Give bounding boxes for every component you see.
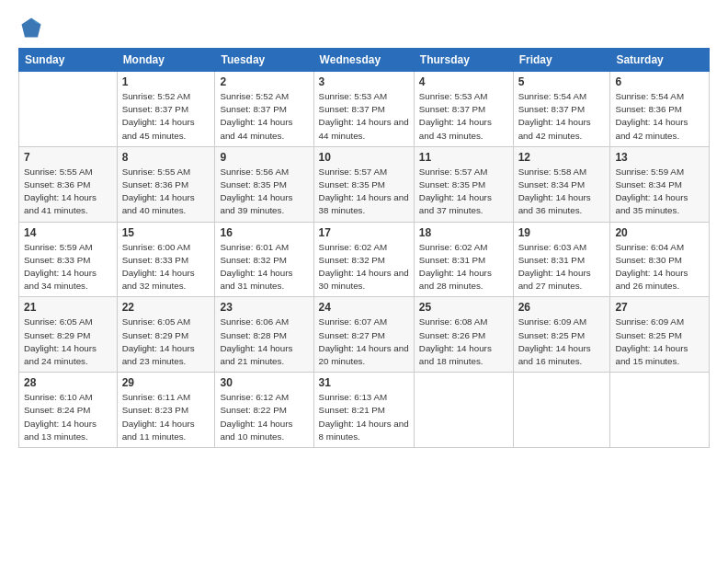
day-number: 3 xyxy=(319,75,409,88)
day-info: Sunrise: 5:55 AM Sunset: 8:36 PM Dayligh… xyxy=(24,166,112,218)
day-info: Sunrise: 5:59 AM Sunset: 8:33 PM Dayligh… xyxy=(24,241,112,293)
day-info: Sunrise: 5:57 AM Sunset: 8:35 PM Dayligh… xyxy=(319,166,409,218)
calendar-cell: 4Sunrise: 5:53 AM Sunset: 8:37 PM Daylig… xyxy=(414,72,513,147)
day-number: 18 xyxy=(419,226,508,239)
day-number: 8 xyxy=(122,151,210,164)
day-info: Sunrise: 6:05 AM Sunset: 8:29 PM Dayligh… xyxy=(122,316,210,368)
header-day: Saturday xyxy=(610,49,710,72)
day-number: 9 xyxy=(220,151,308,164)
calendar-body: 1Sunrise: 5:52 AM Sunset: 8:37 PM Daylig… xyxy=(19,72,710,448)
day-number: 31 xyxy=(319,376,409,389)
day-info: Sunrise: 6:07 AM Sunset: 8:27 PM Dayligh… xyxy=(319,316,409,368)
calendar-cell: 23Sunrise: 6:06 AM Sunset: 8:28 PM Dayli… xyxy=(215,297,313,373)
day-info: Sunrise: 6:06 AM Sunset: 8:28 PM Dayligh… xyxy=(220,316,308,368)
day-info: Sunrise: 5:54 AM Sunset: 8:36 PM Dayligh… xyxy=(615,90,704,143)
day-number: 7 xyxy=(24,151,112,164)
day-info: Sunrise: 5:52 AM Sunset: 8:37 PM Dayligh… xyxy=(220,90,308,143)
day-info: Sunrise: 6:05 AM Sunset: 8:29 PM Dayligh… xyxy=(24,316,112,368)
calendar-cell: 13Sunrise: 5:59 AM Sunset: 8:34 PM Dayli… xyxy=(610,146,710,222)
calendar-cell: 7Sunrise: 5:55 AM Sunset: 8:36 PM Daylig… xyxy=(19,146,118,222)
day-info: Sunrise: 6:03 AM Sunset: 8:31 PM Dayligh… xyxy=(518,241,606,293)
day-info: Sunrise: 5:53 AM Sunset: 8:37 PM Dayligh… xyxy=(319,90,409,143)
calendar-cell: 11Sunrise: 5:57 AM Sunset: 8:35 PM Dayli… xyxy=(414,146,513,222)
day-number: 4 xyxy=(419,75,508,88)
day-number: 10 xyxy=(319,151,409,164)
day-number: 24 xyxy=(319,301,409,314)
calendar-cell: 3Sunrise: 5:53 AM Sunset: 8:37 PM Daylig… xyxy=(313,72,414,147)
calendar-cell: 16Sunrise: 6:01 AM Sunset: 8:32 PM Dayli… xyxy=(215,222,313,297)
day-info: Sunrise: 6:02 AM Sunset: 8:31 PM Dayligh… xyxy=(419,241,508,293)
header-day: Sunday xyxy=(19,49,118,72)
day-number: 29 xyxy=(122,376,210,389)
day-number: 5 xyxy=(518,75,606,88)
day-info: Sunrise: 6:10 AM Sunset: 8:24 PM Dayligh… xyxy=(24,391,112,443)
calendar-table: SundayMondayTuesdayWednesdayThursdayFrid… xyxy=(18,48,710,448)
calendar-cell: 17Sunrise: 6:02 AM Sunset: 8:32 PM Dayli… xyxy=(313,222,414,297)
calendar-cell: 19Sunrise: 6:03 AM Sunset: 8:31 PM Dayli… xyxy=(513,222,610,297)
logo-icon xyxy=(18,15,44,40)
day-number: 6 xyxy=(615,75,704,88)
day-info: Sunrise: 6:02 AM Sunset: 8:32 PM Dayligh… xyxy=(319,241,409,293)
calendar-header: SundayMondayTuesdayWednesdayThursdayFrid… xyxy=(19,49,710,72)
calendar-cell: 27Sunrise: 6:09 AM Sunset: 8:25 PM Dayli… xyxy=(610,297,710,373)
header xyxy=(18,15,710,40)
day-info: Sunrise: 5:58 AM Sunset: 8:34 PM Dayligh… xyxy=(518,166,606,218)
day-info: Sunrise: 5:56 AM Sunset: 8:35 PM Dayligh… xyxy=(220,166,308,218)
day-info: Sunrise: 6:08 AM Sunset: 8:26 PM Dayligh… xyxy=(419,316,508,368)
header-day: Thursday xyxy=(414,49,513,72)
header-day: Friday xyxy=(513,49,610,72)
day-info: Sunrise: 6:09 AM Sunset: 8:25 PM Dayligh… xyxy=(615,316,704,368)
header-day: Wednesday xyxy=(313,49,414,72)
calendar-cell: 24Sunrise: 6:07 AM Sunset: 8:27 PM Dayli… xyxy=(313,297,414,373)
day-number: 14 xyxy=(24,226,112,239)
day-number: 20 xyxy=(615,226,704,239)
calendar-week-row: 1Sunrise: 5:52 AM Sunset: 8:37 PM Daylig… xyxy=(19,72,710,147)
day-info: Sunrise: 6:00 AM Sunset: 8:33 PM Dayligh… xyxy=(122,241,210,293)
calendar-cell: 26Sunrise: 6:09 AM Sunset: 8:25 PM Dayli… xyxy=(513,297,610,373)
day-info: Sunrise: 5:59 AM Sunset: 8:34 PM Dayligh… xyxy=(615,166,704,218)
header-row: SundayMondayTuesdayWednesdayThursdayFrid… xyxy=(19,49,710,72)
day-number: 15 xyxy=(122,226,210,239)
day-number: 19 xyxy=(518,226,606,239)
svg-marker-0 xyxy=(22,18,41,38)
calendar-week-row: 7Sunrise: 5:55 AM Sunset: 8:36 PM Daylig… xyxy=(19,146,710,222)
day-number: 11 xyxy=(419,151,508,164)
calendar-cell: 25Sunrise: 6:08 AM Sunset: 8:26 PM Dayli… xyxy=(414,297,513,373)
day-info: Sunrise: 6:04 AM Sunset: 8:30 PM Dayligh… xyxy=(615,241,704,293)
day-number: 22 xyxy=(122,301,210,314)
calendar-cell: 12Sunrise: 5:58 AM Sunset: 8:34 PM Dayli… xyxy=(513,146,610,222)
day-info: Sunrise: 5:57 AM Sunset: 8:35 PM Dayligh… xyxy=(419,166,508,218)
day-number: 13 xyxy=(615,151,704,164)
day-number: 12 xyxy=(518,151,606,164)
calendar-cell xyxy=(414,373,513,448)
day-info: Sunrise: 5:53 AM Sunset: 8:37 PM Dayligh… xyxy=(419,90,508,143)
day-number: 26 xyxy=(518,301,606,314)
day-info: Sunrise: 5:55 AM Sunset: 8:36 PM Dayligh… xyxy=(122,166,210,218)
day-number: 25 xyxy=(419,301,508,314)
calendar-cell: 6Sunrise: 5:54 AM Sunset: 8:36 PM Daylig… xyxy=(610,72,710,147)
calendar-cell: 29Sunrise: 6:11 AM Sunset: 8:23 PM Dayli… xyxy=(117,373,215,448)
calendar-cell: 10Sunrise: 5:57 AM Sunset: 8:35 PM Dayli… xyxy=(313,146,414,222)
header-day: Monday xyxy=(117,49,215,72)
calendar-cell: 9Sunrise: 5:56 AM Sunset: 8:35 PM Daylig… xyxy=(215,146,313,222)
day-number: 23 xyxy=(220,301,308,314)
calendar-cell: 21Sunrise: 6:05 AM Sunset: 8:29 PM Dayli… xyxy=(19,297,118,373)
calendar-cell: 31Sunrise: 6:13 AM Sunset: 8:21 PM Dayli… xyxy=(313,373,414,448)
day-number: 27 xyxy=(615,301,704,314)
calendar-cell: 2Sunrise: 5:52 AM Sunset: 8:37 PM Daylig… xyxy=(215,72,313,147)
logo xyxy=(18,15,48,40)
day-number: 2 xyxy=(220,75,308,88)
day-number: 16 xyxy=(220,226,308,239)
header-day: Tuesday xyxy=(215,49,313,72)
calendar-cell xyxy=(610,373,710,448)
day-number: 17 xyxy=(319,226,409,239)
calendar-cell: 5Sunrise: 5:54 AM Sunset: 8:37 PM Daylig… xyxy=(513,72,610,147)
calendar-week-row: 28Sunrise: 6:10 AM Sunset: 8:24 PM Dayli… xyxy=(19,373,710,448)
calendar-week-row: 21Sunrise: 6:05 AM Sunset: 8:29 PM Dayli… xyxy=(19,297,710,373)
calendar-cell xyxy=(19,72,118,147)
calendar-cell: 20Sunrise: 6:04 AM Sunset: 8:30 PM Dayli… xyxy=(610,222,710,297)
page: SundayMondayTuesdayWednesdayThursdayFrid… xyxy=(0,0,728,563)
calendar-cell: 8Sunrise: 5:55 AM Sunset: 8:36 PM Daylig… xyxy=(117,146,215,222)
calendar-cell: 28Sunrise: 6:10 AM Sunset: 8:24 PM Dayli… xyxy=(19,373,118,448)
calendar-cell: 14Sunrise: 5:59 AM Sunset: 8:33 PM Dayli… xyxy=(19,222,118,297)
